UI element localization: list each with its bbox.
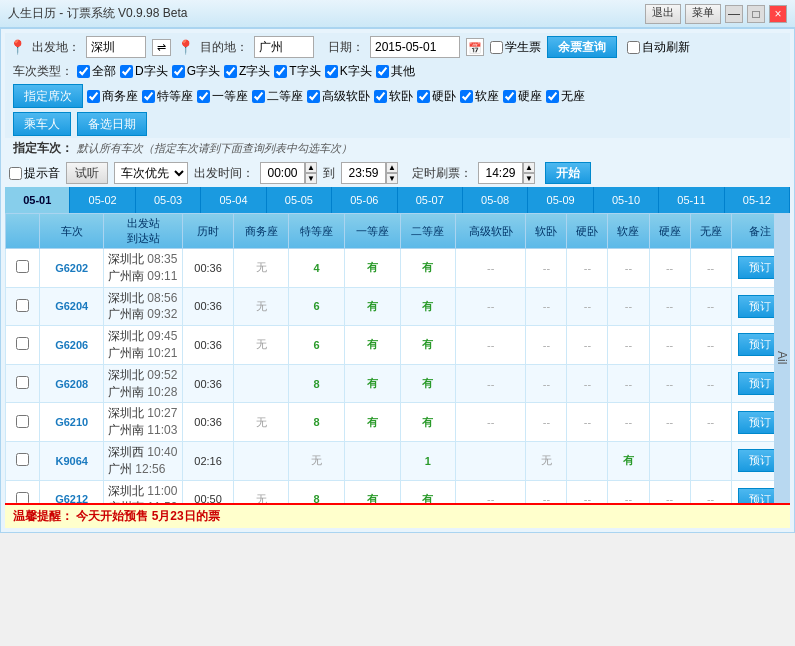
status-bar: 温馨提醒： 今天开始预售 5月23日的票	[5, 503, 790, 528]
train-no-g6206: G6206	[40, 326, 104, 365]
th-trainno: 车次	[40, 214, 104, 249]
main-container: 📍 出发地： ⇌ 📍 目的地： 日期： 📅 学生票 余票查询 自动刷新 车次类型…	[0, 28, 795, 533]
date-tab-0501[interactable]: 05-01	[5, 187, 70, 213]
depart-time-label: 出发时间：	[194, 165, 254, 182]
depart-time-to-group: ▲ ▼	[341, 162, 398, 184]
spinner-down2[interactable]: ▼	[386, 173, 398, 184]
train-no-g6212: G6212	[40, 480, 104, 503]
date-tabs: 05-01 05-02 05-03 05-04 05-05 05-06 05-0…	[5, 187, 790, 213]
train-info-row: 指定车次： 默认所有车次（指定车次请到下面查询列表中勾选车次）	[5, 138, 790, 159]
row-checkbox-g6210[interactable]	[16, 415, 29, 428]
location2-icon: 📍	[177, 39, 194, 55]
swap-button[interactable]: ⇌	[152, 39, 171, 56]
row-checkbox-g6208[interactable]	[16, 376, 29, 389]
exit-btn[interactable]: 退出	[645, 4, 681, 24]
timed-refresh-group: ▲ ▼	[478, 162, 535, 184]
from-label: 出发地：	[32, 39, 80, 56]
date-tab-0504[interactable]: 05-04	[201, 187, 266, 213]
type-other[interactable]: 其他	[376, 63, 415, 80]
spinner-up3[interactable]: ▲	[523, 162, 535, 173]
th-duration: 历时	[183, 214, 233, 249]
auto-refresh-label[interactable]: 自动刷新	[627, 39, 690, 56]
seat-yideng[interactable]: 一等座	[197, 88, 248, 105]
seat-yingzuo[interactable]: 硬座	[503, 88, 542, 105]
seat-row: 指定席次 商务座 特等座 一等座 二等座 高级软卧 软卧 硬卧 软座 硬座 无座	[5, 82, 790, 110]
spinner-down3[interactable]: ▼	[523, 173, 535, 184]
student-ticket-label[interactable]: 学生票	[490, 39, 541, 56]
row-checkbox-g6212[interactable]	[16, 492, 29, 503]
query-button[interactable]: 余票查询	[547, 36, 617, 58]
th-yideng: 一等座	[344, 214, 400, 249]
seat-ruanzuo[interactable]: 软座	[460, 88, 499, 105]
action-btns-row: 乘车人 备选日期	[5, 110, 790, 138]
type-t[interactable]: T字头	[274, 63, 320, 80]
date-tab-0503[interactable]: 05-03	[136, 187, 201, 213]
title-bar: 人生日历 - 订票系统 V0.9.98 Beta 退出 菜单 — □ ×	[0, 0, 795, 28]
student-ticket-checkbox[interactable]	[490, 41, 503, 54]
alert-checkbox[interactable]	[9, 167, 22, 180]
type-d[interactable]: D字头	[120, 63, 168, 80]
priority-select[interactable]: 车次优先 时间优先 价格优先	[114, 162, 188, 184]
seat-select-button[interactable]: 指定席次	[13, 84, 83, 108]
spinner-up[interactable]: ▲	[305, 162, 317, 173]
type-all[interactable]: 全部	[77, 63, 116, 80]
date-input[interactable]	[370, 36, 460, 58]
th-ruanzuo: 软座	[608, 214, 649, 249]
depart-time-to-spinner[interactable]: ▲ ▼	[386, 162, 398, 184]
spinner-down[interactable]: ▼	[305, 173, 317, 184]
date-tab-0509[interactable]: 05-09	[528, 187, 593, 213]
from-input[interactable]	[86, 36, 146, 58]
maximize-btn[interactable]: □	[747, 5, 765, 23]
maximize-icon: □	[752, 7, 759, 21]
th-ruan: 软卧	[526, 214, 567, 249]
auto-refresh-checkbox[interactable]	[627, 41, 640, 54]
date-tab-0512[interactable]: 05-12	[725, 187, 790, 213]
date-select-button[interactable]: 备选日期	[77, 112, 147, 136]
seat-tedeng[interactable]: 特等座	[142, 88, 193, 105]
depart-time-from[interactable]	[260, 162, 305, 184]
seat-shangwu[interactable]: 商务座	[87, 88, 138, 105]
train-type-row: 车次类型： 全部 D字头 G字头 Z字头 T字头 K字头 其他	[5, 61, 790, 82]
minimize-btn[interactable]: —	[725, 5, 743, 23]
seat-gaoruan[interactable]: 高级软卧	[307, 88, 370, 105]
timed-refresh-input[interactable]	[478, 162, 523, 184]
train-info-prefix: 指定车次：	[13, 140, 73, 157]
seat-wuzuo[interactable]: 无座	[546, 88, 585, 105]
row-checkbox-g6206[interactable]	[16, 337, 29, 350]
passenger-button[interactable]: 乘车人	[13, 112, 71, 136]
calendar-icon[interactable]: 📅	[466, 38, 484, 56]
train-table-container[interactable]: 车次 出发站到达站 历时 商务座 特等座 一等座 二等座 高级软卧 软卧 硬卧 …	[5, 213, 790, 503]
spinner-up2[interactable]: ▲	[386, 162, 398, 173]
close-btn[interactable]: ×	[769, 5, 787, 23]
date-tab-0507[interactable]: 05-07	[398, 187, 463, 213]
depart-time-from-spinner[interactable]: ▲ ▼	[305, 162, 317, 184]
date-tab-0502[interactable]: 05-02	[70, 187, 135, 213]
to-input[interactable]	[254, 36, 314, 58]
seat-yingwo[interactable]: 硬卧	[417, 88, 456, 105]
train-table: 车次 出发站到达站 历时 商务座 特等座 一等座 二等座 高级软卧 软卧 硬卧 …	[5, 213, 790, 503]
th-checkbox	[6, 214, 40, 249]
start-button[interactable]: 开始	[545, 162, 591, 184]
row-checkbox-k9064[interactable]	[16, 453, 29, 466]
seat-erdeng[interactable]: 二等座	[252, 88, 303, 105]
date-tab-0510[interactable]: 05-10	[594, 187, 659, 213]
alert-label[interactable]: 提示音	[9, 165, 60, 182]
date-tab-0506[interactable]: 05-06	[332, 187, 397, 213]
row-checkbox-g6202[interactable]	[16, 260, 29, 273]
type-z[interactable]: Z字头	[224, 63, 270, 80]
timed-refresh-spinner[interactable]: ▲ ▼	[523, 162, 535, 184]
train-info-value: 默认所有车次（指定车次请到下面查询列表中勾选车次）	[77, 141, 352, 156]
type-g[interactable]: G字头	[172, 63, 220, 80]
th-yingwo: 硬卧	[567, 214, 608, 249]
table-row: G6202 深圳北 08:35 广州南 09:11 00:36 无 4 有 有 …	[6, 249, 790, 288]
try-button[interactable]: 试听	[66, 162, 108, 184]
date-tab-0505[interactable]: 05-05	[267, 187, 332, 213]
date-tab-0508[interactable]: 05-08	[463, 187, 528, 213]
menu-btn[interactable]: 菜单	[685, 4, 721, 24]
date-tab-0511[interactable]: 05-11	[659, 187, 724, 213]
type-k[interactable]: K字头	[325, 63, 372, 80]
seat-ruan[interactable]: 软卧	[374, 88, 413, 105]
depart-time-to[interactable]	[341, 162, 386, 184]
row-checkbox-g6204[interactable]	[16, 299, 29, 312]
th-yingzuo: 硬座	[649, 214, 690, 249]
